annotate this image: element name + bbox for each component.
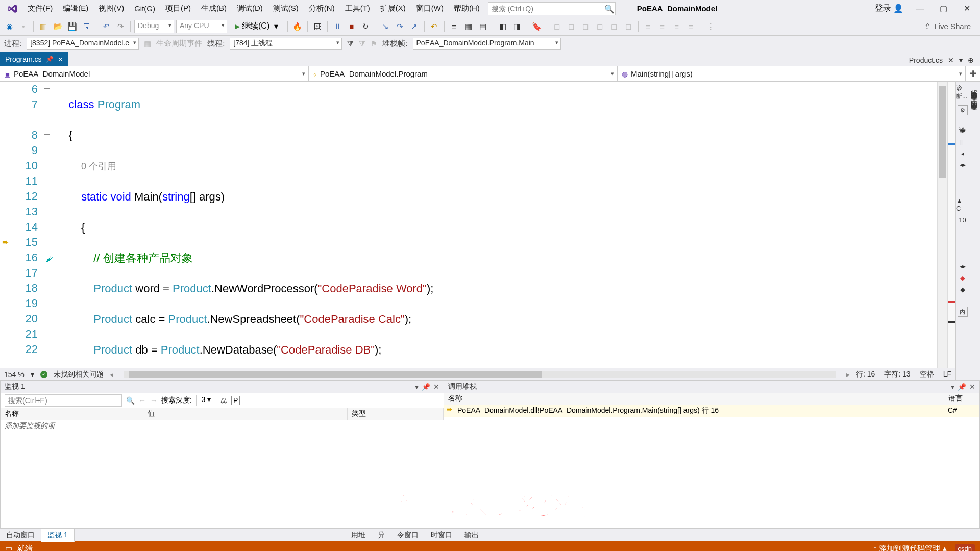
tb-h1-icon[interactable]: ≡ bbox=[642, 20, 654, 33]
csdn-badge[interactable]: csdn bbox=[955, 544, 975, 552]
solution-explorer-vtab[interactable]: 解决方案资源管理器 bbox=[969, 85, 978, 89]
watch-fwd-icon[interactable]: → bbox=[150, 396, 157, 405]
vertical-scrollbar[interactable] bbox=[937, 82, 947, 368]
watch-opt1-icon[interactable]: ⚖ bbox=[220, 396, 227, 405]
step-into-icon[interactable]: ↘ bbox=[380, 20, 392, 33]
btab-autos[interactable]: 自动窗口 bbox=[0, 529, 41, 541]
pause-icon[interactable]: ⏸ bbox=[331, 20, 344, 33]
save-all-icon[interactable]: 🖫 bbox=[80, 20, 92, 33]
solution-name[interactable]: PoEAA_DomainModel bbox=[632, 3, 723, 14]
continue-button[interactable]: ▶继续(C) ▾ bbox=[229, 19, 284, 33]
menu-build[interactable]: 生成(B) bbox=[196, 2, 232, 15]
overview-ruler[interactable] bbox=[947, 82, 955, 368]
tab-overflow-icon[interactable]: ⊕ bbox=[968, 56, 974, 64]
watch-col-value[interactable]: 值 bbox=[143, 408, 348, 420]
menu-analyze[interactable]: 分析(N) bbox=[304, 2, 340, 15]
code-editor[interactable]: ➨ 67 8910111213141516171819202122 − − 🖌 … bbox=[0, 82, 955, 380]
tb-e-icon[interactable]: ◨ bbox=[511, 20, 523, 33]
menu-tools[interactable]: 工具(T) bbox=[340, 2, 375, 15]
watch-dropdown-icon[interactable]: ▾ bbox=[415, 383, 419, 391]
watch-col-name[interactable]: 名称 bbox=[1, 408, 143, 420]
nav-split-icon[interactable]: ✚ bbox=[966, 66, 980, 81]
platform-combo[interactable]: Any CPU bbox=[176, 20, 227, 33]
pin-icon[interactable]: 📌 bbox=[46, 56, 54, 63]
indent-mode[interactable]: 空格 bbox=[920, 370, 934, 379]
stackframe-combo[interactable]: PoEAA_DomainModel.Program.Main bbox=[413, 38, 561, 50]
btab-cs3[interactable]: 时窗口 bbox=[425, 529, 458, 541]
tb-g4-icon[interactable]: ◻ bbox=[594, 20, 606, 33]
menu-edit[interactable]: 编辑(E) bbox=[58, 2, 93, 15]
search-icon[interactable]: 🔍 bbox=[604, 4, 615, 14]
tb-h2-icon[interactable]: ≡ bbox=[656, 20, 669, 33]
team-explorer-vtab[interactable]: 团队资源管理器 bbox=[969, 95, 978, 99]
nav-class[interactable]: ⬨PoEAA_DomainModel.Program bbox=[309, 66, 618, 81]
restart-icon[interactable]: ↻ bbox=[360, 20, 372, 33]
outlining-margin[interactable]: − − 🖌 bbox=[44, 82, 56, 368]
tb-i1-icon[interactable]: ⋮ bbox=[705, 20, 717, 33]
watch-opt2-icon[interactable]: P bbox=[231, 396, 240, 405]
nav-back-icon[interactable]: ◉ bbox=[3, 20, 15, 33]
tb-h3-icon[interactable]: ≡ bbox=[671, 20, 683, 33]
mem-vtab[interactable]: 内 bbox=[958, 307, 968, 317]
watch-pin-icon[interactable]: 📌 bbox=[422, 383, 430, 391]
cs-pin-icon[interactable]: 📌 bbox=[958, 383, 966, 391]
zoom-combo[interactable]: 154 % bbox=[4, 370, 24, 379]
redo-icon[interactable]: ↷ bbox=[114, 20, 127, 33]
tab-dropdown-icon[interactable]: ▾ bbox=[959, 56, 963, 64]
eol-mode[interactable]: LF bbox=[943, 370, 951, 379]
global-search-input[interactable] bbox=[488, 2, 616, 15]
tab-program-cs[interactable]: Program.cs 📌 ✕ bbox=[0, 52, 68, 66]
cs-close-icon[interactable]: ✕ bbox=[969, 383, 975, 391]
cs-col-name[interactable]: 名称 bbox=[444, 393, 944, 405]
watch-back-icon[interactable]: ← bbox=[139, 396, 146, 405]
cs-dropdown-icon[interactable]: ▾ bbox=[951, 383, 954, 391]
tb-g6-icon[interactable]: ◻ bbox=[622, 20, 634, 33]
login-button[interactable]: 登录 👤 bbox=[875, 3, 903, 14]
btab-cs2[interactable]: 令窗口 bbox=[391, 529, 425, 541]
menu-test[interactable]: 测试(S) bbox=[268, 2, 304, 15]
open-icon[interactable]: 📂 bbox=[52, 20, 64, 33]
menu-extensions[interactable]: 扩展(X) bbox=[375, 2, 411, 15]
search-go-icon[interactable]: 🔍 bbox=[126, 396, 135, 405]
tb-a-icon[interactable]: ≡ bbox=[448, 20, 460, 33]
code-text[interactable]: class Program { 0 个引用 static void Main(s… bbox=[56, 82, 937, 368]
depth-combo[interactable]: 3 ▾ bbox=[196, 395, 216, 406]
menu-git[interactable]: Git(G) bbox=[129, 2, 160, 15]
tab-close-inactive-icon[interactable]: ✕ bbox=[948, 56, 954, 64]
filter-icon[interactable]: ⧩ bbox=[347, 39, 354, 48]
nav-project[interactable]: ▣PoEAA_DomainModel bbox=[0, 66, 309, 81]
menu-help[interactable]: 帮助(H) bbox=[449, 2, 485, 15]
step-out-icon[interactable]: ↗ bbox=[408, 20, 421, 33]
tb-h4-icon[interactable]: ≡ bbox=[685, 20, 697, 33]
tb-g3-icon[interactable]: ◻ bbox=[579, 20, 592, 33]
tb-b-icon[interactable]: ▦ bbox=[462, 20, 475, 33]
btab-cs1[interactable]: 异 bbox=[372, 529, 391, 541]
process-combo[interactable]: [8352] PoEAA_DomainModel.e bbox=[27, 38, 139, 50]
cs-col-lang[interactable]: 语言 bbox=[944, 393, 979, 405]
btab-cs4[interactable]: 输出 bbox=[458, 529, 485, 541]
quick-action-icon[interactable]: 🖌 bbox=[46, 254, 54, 263]
btab-cs0[interactable]: 用堆 bbox=[345, 529, 372, 541]
menu-project[interactable]: 项目(P) bbox=[160, 2, 196, 15]
tb-c-icon[interactable]: ▤ bbox=[477, 20, 489, 33]
diag-tab-label[interactable]: 诊断... bbox=[956, 84, 969, 101]
watch-add-row[interactable]: 添加要监视的项 bbox=[1, 420, 444, 433]
flag-icon[interactable]: ⚑ bbox=[371, 39, 377, 48]
stop-icon[interactable]: ■ bbox=[346, 20, 358, 33]
nav-member[interactable]: ◍Main(string[] args) bbox=[618, 66, 966, 81]
tb-g5-icon[interactable]: ◻ bbox=[608, 20, 620, 33]
live-share-button[interactable]: ⇪Live Share bbox=[924, 22, 977, 31]
new-item-icon[interactable]: ▥ bbox=[37, 20, 50, 33]
screenshot-icon[interactable]: 🖼 bbox=[311, 20, 324, 33]
menu-debug[interactable]: 调试(D) bbox=[232, 2, 268, 15]
tb-g1-icon[interactable]: ◻ bbox=[551, 20, 563, 33]
thread-combo[interactable]: [784] 主线程 bbox=[230, 38, 342, 50]
btab-watch1[interactable]: 监视 1 bbox=[41, 529, 75, 542]
save-icon[interactable]: 💾 bbox=[66, 20, 78, 33]
step-over-icon[interactable]: ↷ bbox=[394, 20, 406, 33]
menu-view[interactable]: 视图(V) bbox=[93, 2, 129, 15]
close-tab-icon[interactable]: ✕ bbox=[58, 56, 63, 63]
tb-d-icon[interactable]: ◧ bbox=[497, 20, 509, 33]
minimize-button[interactable]: — bbox=[913, 2, 927, 16]
horizontal-scrollbar[interactable] bbox=[124, 371, 836, 378]
